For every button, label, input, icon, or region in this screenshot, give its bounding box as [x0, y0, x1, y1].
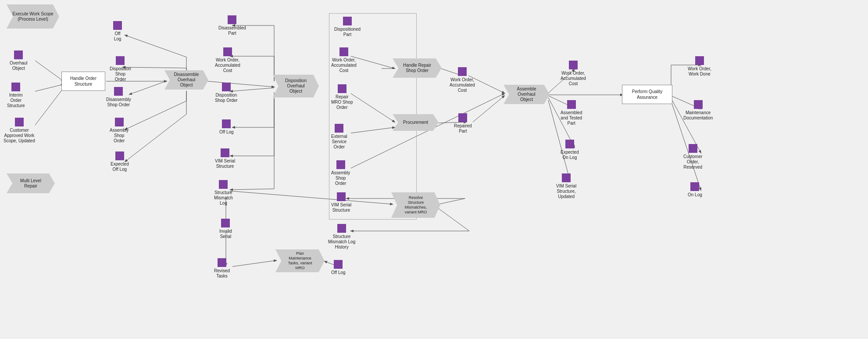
repair-mro-icon: [338, 84, 346, 93]
repaired-part-node: RepairedPart: [454, 113, 472, 134]
assembly-shop-order-2-icon: [336, 160, 345, 169]
off-log-1-node: OffLog: [113, 21, 122, 42]
work-order-accum-cost-3-node: Work Order,AccumulatedCost: [450, 67, 475, 93]
on-log-node: On Log: [688, 182, 702, 198]
svg-line-30: [439, 209, 469, 231]
maintenance-documentation-icon: [694, 100, 703, 109]
customer-approved-icon: [15, 118, 24, 126]
structure-mismatch-log-node: StructureMismatchLog: [214, 180, 233, 206]
work-order-accum-cost-2-icon: [339, 47, 348, 56]
vim-serial-updated-icon: [562, 173, 571, 182]
work-order-accum-cost-2-node: Work Order,AccumulatedCost: [331, 47, 357, 73]
assembled-tested-part-icon: [567, 100, 576, 109]
svg-line-1: [35, 84, 64, 91]
assembly-shop-order-1-node: AssemblyShopOrder: [110, 118, 129, 144]
procurement-chevron: Procurement: [393, 114, 439, 131]
svg-line-12: [125, 114, 186, 162]
process-flow-canvas: Execute Work Scope (Process Level) Multi…: [0, 0, 868, 339]
work-order-work-done-icon: [695, 56, 704, 65]
connection-lines: [0, 0, 868, 339]
expected-off-log-node: ExpectedOff Log: [111, 151, 129, 172]
svg-line-2: [35, 88, 64, 125]
assembled-tested-part-node: Assembledand TestedPart: [561, 100, 582, 126]
dispositioned-part-node: DispositionedPart: [334, 17, 361, 37]
structure-mismatch-log-history-icon: [337, 224, 346, 233]
customer-order-reserved-icon: [689, 144, 697, 153]
expected-off-log-icon: [115, 151, 124, 160]
overhaul-object-icon: [14, 50, 23, 59]
svg-line-28: [439, 198, 465, 204]
disassembly-shop-order-node: DisassemblyShop Order: [106, 87, 131, 108]
interim-order-structure-node: InterimOrderStructure: [7, 83, 25, 108]
on-log-icon: [690, 182, 699, 191]
overhaul-object-node: OverhaulObject: [10, 50, 28, 71]
customer-approved-node: CustomerApproved WorkScope, Updated: [4, 118, 35, 144]
svg-line-5: [125, 35, 186, 57]
vim-serial-1-node: VIM SerialStructure: [215, 148, 235, 169]
interim-icon: [11, 83, 20, 91]
customer-order-reserved-node: CustomerOrder,Reserved: [683, 144, 702, 170]
plan-maintenance-tasks-chevron: PlanMaintenanceTasks, variantMRO: [275, 249, 325, 272]
disposition-shop-order-1-icon: [116, 56, 125, 65]
execute-work-scope-chevron: Execute Work Scope (Process Level): [7, 4, 59, 29]
resolve-structure-mismatches-chevron: ResolveStructureMismatches,variant MRO: [391, 192, 440, 218]
handle-order-structure-box[interactable]: Handle OrderStructure: [61, 72, 105, 91]
svg-line-7: [123, 67, 186, 68]
external-service-order-node: ExternalServiceOrder: [331, 124, 347, 150]
repaired-part-icon: [458, 113, 467, 122]
svg-line-24: [230, 189, 274, 190]
invalid-serial-icon: [221, 219, 230, 227]
perform-quality-assurance-box[interactable]: Perform QualityAssurance: [622, 85, 672, 104]
multi-level-repair-chevron: Multi LevelRepair: [7, 173, 55, 193]
svg-line-0: [35, 61, 64, 81]
disassembled-part-node: DisassembledPart: [218, 15, 246, 36]
external-service-order-icon: [335, 124, 343, 133]
dispositioned-part-icon: [343, 17, 352, 25]
disposition-overhaul-chevron: DispositionOverhaulObject: [273, 75, 319, 97]
expected-on-log-node: ExpectedOn Log: [561, 140, 579, 160]
work-order-accum-cost-4-icon: [569, 61, 578, 69]
vim-serial-2-icon: [337, 192, 346, 201]
assembly-shop-order-2-node: AssemblyShopOrder: [331, 160, 350, 186]
off-log-2-icon: [222, 119, 231, 128]
repair-mro-shop-order-node: RepairMRO ShopOrder: [331, 84, 353, 110]
vim-serial-1-icon: [221, 148, 229, 157]
disposition-shop-order-2-icon: [222, 83, 231, 91]
handle-repair-shop-order-chevron: Handle RepairShop Order: [393, 58, 442, 78]
revised-tasks-icon: [218, 258, 226, 267]
work-order-accum-cost-1-node: Work Order,AccumulatedCost: [215, 47, 240, 73]
assemble-overhaul-chevron: AssembleOverhaulObject: [504, 85, 550, 104]
off-log-3-icon: [334, 260, 343, 269]
assembly-shop-order-1-icon: [115, 118, 124, 126]
vim-serial-2-node: VIM SerialStructure: [331, 192, 351, 213]
disposition-shop-order-1-node: DispositionShopOrder: [110, 56, 131, 82]
structure-mismatch-log-icon: [219, 180, 228, 189]
svg-line-42: [473, 96, 504, 122]
disposition-shop-order-2-node: DispositionShop Order: [215, 83, 238, 103]
invalid-serial-node: InvalidSerial: [219, 219, 232, 239]
off-log-3-node: Off Log: [331, 260, 346, 275]
expected-on-log-icon: [565, 140, 574, 148]
work-order-accum-cost-3-icon: [458, 67, 467, 76]
disassembled-part-icon: [228, 15, 236, 24]
off-log-1-icon: [113, 21, 122, 30]
svg-line-32: [232, 260, 276, 267]
disassemble-overhaul-chevron: DisassembleOverhaulObject: [164, 70, 208, 90]
maintenance-documentation-node: MaintenanceDocumentation: [683, 100, 713, 121]
work-order-accum-cost-1-icon: [223, 47, 232, 56]
off-log-2-node: Off Log: [219, 119, 234, 135]
disassembly-shop-order-icon: [114, 87, 123, 96]
revised-tasks-node: RevisedTasks: [214, 258, 230, 279]
vim-serial-updated-node: VIM SerialStructure,Updated: [556, 173, 576, 199]
svg-line-10: [125, 101, 186, 130]
svg-line-8: [129, 81, 166, 94]
work-order-accum-cost-4-node: Work Order,AccumulatedCost: [561, 61, 586, 87]
work-order-work-done-node: Work Order,Work Done: [688, 56, 711, 77]
structure-mismatch-log-history-node: StructureMismatch LogHistory: [328, 224, 355, 250]
